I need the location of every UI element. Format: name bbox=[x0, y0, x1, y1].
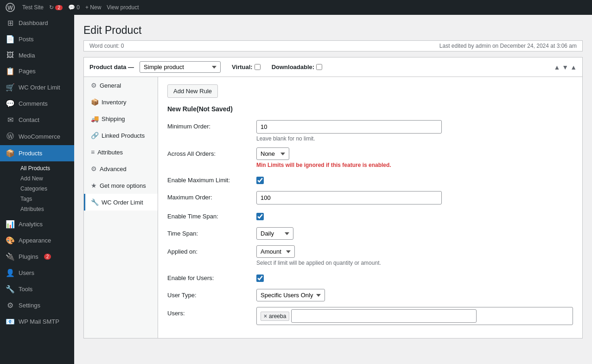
sidebar-item-label: Dashboard bbox=[19, 19, 48, 26]
user-type-select[interactable]: Specific Users Only All Users Guests Onl… bbox=[256, 289, 325, 301]
sidebar-item-pages[interactable]: 📋 Pages bbox=[0, 63, 74, 79]
maximum-order-input[interactable] bbox=[256, 191, 442, 204]
pages-icon: 📋 bbox=[6, 67, 15, 76]
sidebar-item-label: Comments bbox=[19, 100, 48, 107]
sidebar-item-label: Plugins bbox=[19, 253, 38, 260]
submenu-add-new[interactable]: Add New bbox=[15, 173, 74, 184]
get-more-options-tab-label: Get more options bbox=[100, 182, 146, 189]
advanced-tab-label: Advanced bbox=[100, 166, 127, 172]
minimum-order-label: Minimum Order: bbox=[167, 120, 251, 130]
submenu-all-products[interactable]: All Products bbox=[15, 163, 74, 173]
virtual-checkbox[interactable] bbox=[255, 64, 261, 70]
submenu-attributes[interactable]: Attributes bbox=[15, 204, 74, 214]
dashboard-icon: ⊞ bbox=[6, 19, 15, 27]
site-name[interactable]: Test Site bbox=[22, 4, 44, 11]
media-icon: 🖼 bbox=[6, 51, 15, 59]
tab-linked-products[interactable]: 🔗 Linked Products bbox=[84, 127, 158, 144]
wc-order-limit-tab-label: WC Order Limit bbox=[102, 199, 143, 206]
time-span-field-wrap: Daily Weekly Monthly Yearly bbox=[256, 227, 573, 240]
across-all-orders-select[interactable]: None Day Week Month Year bbox=[256, 147, 289, 160]
main-content: Edit Product Word count: 0 Last edited b… bbox=[74, 15, 592, 364]
tab-shipping[interactable]: 🚚 Shipping bbox=[84, 110, 158, 127]
updates-count: ↻ 2 bbox=[49, 4, 63, 11]
sidebar-item-label: WP Mail SMTP bbox=[19, 318, 59, 325]
sidebar-item-appearance[interactable]: 🎨 Appearance bbox=[0, 232, 74, 249]
virtual-group: Virtual: bbox=[232, 64, 261, 70]
tab-attributes[interactable]: ≡ Attributes bbox=[84, 144, 158, 160]
appearance-icon: 🎨 bbox=[6, 236, 15, 245]
plugins-icon: 🔌 bbox=[6, 252, 15, 261]
sidebar-item-label: Posts bbox=[19, 36, 34, 43]
collapse-down-button[interactable]: ▼ bbox=[562, 64, 568, 71]
sidebar-item-plugins[interactable]: 🔌 Plugins 2 bbox=[0, 249, 74, 265]
tab-content-wc-order-limit: Add New Rule New Rule(Not Saved) Minimum… bbox=[158, 77, 582, 338]
comments-nav-icon: 💬 bbox=[6, 99, 15, 108]
tab-get-more-options[interactable]: ★ Get more options bbox=[84, 177, 158, 194]
sidebar-item-contact[interactable]: ✉ Contact bbox=[0, 112, 74, 128]
sidebar-item-products[interactable]: 📦 Products bbox=[0, 145, 74, 161]
tab-general[interactable]: ⚙ General bbox=[84, 77, 158, 94]
settings-icon: ⚙ bbox=[6, 301, 15, 310]
enable-for-users-row: Enable for Users: bbox=[167, 272, 573, 283]
sidebar-item-wp-mail-smtp[interactable]: 📧 WP Mail SMTP bbox=[0, 313, 74, 330]
submenu-categories[interactable]: Categories bbox=[15, 184, 74, 194]
applied-on-hint: Select if limit will be applied on quant… bbox=[256, 260, 573, 266]
product-data-header: Product data — Simple product Grouped pr… bbox=[84, 57, 582, 77]
sidebar-item-settings[interactable]: ⚙ Settings bbox=[0, 297, 74, 313]
new-button[interactable]: + New bbox=[85, 4, 101, 11]
product-data-box: Product data — Simple product Grouped pr… bbox=[83, 57, 583, 338]
users-search-input[interactable] bbox=[291, 309, 477, 323]
products-icon: 📦 bbox=[6, 149, 15, 158]
across-all-orders-row: Across All Orders: None Day Week Month Y… bbox=[167, 147, 573, 168]
enable-time-span-field-wrap bbox=[256, 210, 573, 222]
users-icon: 👤 bbox=[6, 268, 15, 277]
tab-wc-order-limit[interactable]: 🔧 WC Order Limit bbox=[84, 194, 158, 211]
attributes-tab-label: Attributes bbox=[97, 149, 123, 156]
sidebar-item-analytics[interactable]: 📊 Analytics bbox=[0, 216, 74, 232]
downloadable-checkbox[interactable] bbox=[316, 64, 322, 70]
sidebar-item-posts[interactable]: 📄 Posts bbox=[0, 31, 74, 47]
inventory-tab-icon: 📦 bbox=[91, 98, 99, 106]
applied-on-row: Applied on: Amount Quantity Select if li… bbox=[167, 245, 573, 266]
enable-for-users-checkbox[interactable] bbox=[256, 275, 264, 282]
view-product-link[interactable]: View product bbox=[107, 4, 139, 11]
posts-icon: 📄 bbox=[6, 35, 15, 44]
add-new-rule-button[interactable]: Add New Rule bbox=[167, 84, 218, 98]
submenu-tags[interactable]: Tags bbox=[15, 194, 74, 204]
collapse-up-button[interactable]: ▲ bbox=[554, 64, 560, 71]
comments-icon: 💬 0 bbox=[68, 4, 80, 11]
enable-maximum-limit-label: Enable Maximum Limit: bbox=[167, 174, 251, 184]
wp-logo: W bbox=[4, 1, 17, 14]
downloadable-label: Downloadable: bbox=[272, 64, 314, 70]
minimum-order-field-wrap: Leave blank for no limit. bbox=[256, 120, 573, 142]
applied-on-select[interactable]: Amount Quantity bbox=[256, 245, 295, 258]
minimum-order-hint: Leave blank for no limit. bbox=[256, 135, 573, 142]
minimum-order-input[interactable] bbox=[256, 120, 442, 134]
sidebar-item-tools[interactable]: 🔧 Tools bbox=[0, 281, 74, 297]
sidebar-item-users[interactable]: 👤 Users bbox=[0, 265, 74, 281]
sidebar-item-wc-order-limit[interactable]: 🛒 WC Order Limit bbox=[0, 79, 74, 96]
inventory-tab-label: Inventory bbox=[102, 99, 126, 106]
sidebar-item-comments[interactable]: 💬 Comments bbox=[0, 96, 74, 112]
users-input-wrap[interactable]: × areeba bbox=[256, 307, 573, 325]
enable-time-span-label: Enable Time Span: bbox=[167, 210, 251, 220]
sidebar-item-dashboard[interactable]: ⊞ Dashboard bbox=[0, 15, 74, 31]
remove-areeba-button[interactable]: × bbox=[264, 313, 267, 319]
sidebar-item-label: Contact bbox=[19, 116, 39, 123]
product-data-label: Product data — bbox=[89, 64, 134, 70]
sidebar-item-media[interactable]: 🖼 Media bbox=[0, 47, 74, 63]
sidebar-item-woocommerce[interactable]: Ⓦ WooCommerce bbox=[0, 128, 74, 145]
enable-maximum-limit-checkbox[interactable] bbox=[256, 177, 264, 184]
tab-inventory[interactable]: 📦 Inventory bbox=[84, 94, 158, 110]
collapse-toggle-button[interactable]: ▲ bbox=[570, 64, 577, 71]
user-type-row: User Type: Specific Users Only All Users… bbox=[167, 289, 573, 301]
user-tag-areeba: × areeba bbox=[261, 312, 289, 321]
across-all-orders-field-wrap: None Day Week Month Year Min Limits will… bbox=[256, 147, 573, 168]
get-more-options-tab-icon: ★ bbox=[91, 182, 97, 189]
product-type-select[interactable]: Simple product Grouped product External/… bbox=[140, 61, 221, 73]
enable-time-span-checkbox[interactable] bbox=[256, 213, 264, 220]
tab-advanced[interactable]: ⚙ Advanced bbox=[84, 160, 158, 177]
users-row: Users: × areeba bbox=[167, 307, 573, 325]
time-span-select[interactable]: Daily Weekly Monthly Yearly bbox=[256, 227, 293, 240]
maximum-order-label: Maximum Order: bbox=[167, 191, 251, 201]
